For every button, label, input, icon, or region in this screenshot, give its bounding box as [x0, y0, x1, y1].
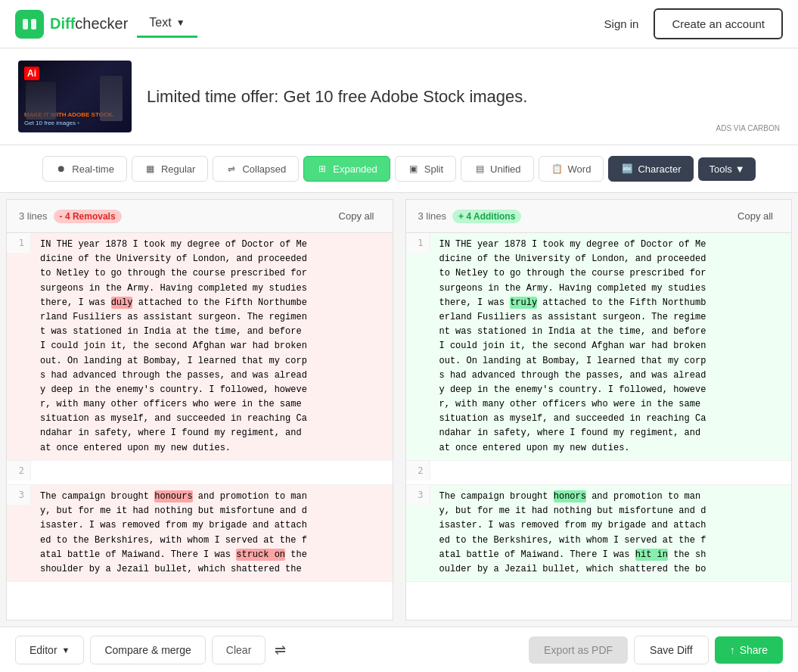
left-line-num-2: 2 — [7, 461, 31, 481]
unified-button[interactable]: ▤ Unified — [461, 156, 533, 182]
left-diff-header: 3 lines - 4 Removals Copy all — [7, 200, 393, 233]
removals-badge: - 4 Removals — [54, 210, 122, 223]
share-button[interactable]: ↑ Share — [715, 636, 783, 664]
ad-banner: Ai MAKE IT WITH ADOBE STOCK. Get 10 free… — [0, 48, 798, 145]
save-diff-button[interactable]: Save Diff — [634, 636, 709, 664]
ad-title: Limited time offer: Get 10 free Adobe St… — [147, 87, 701, 107]
compare-merge-button[interactable]: Compare & merge — [90, 636, 205, 664]
editor-button[interactable]: Editor ▼ — [15, 636, 84, 664]
realtime-button[interactable]: ⏺ Real-time — [42, 156, 127, 182]
editor-chevron-icon: ▼ — [62, 646, 70, 655]
right-line-content-2 — [430, 461, 792, 484]
collapsed-button[interactable]: ⇌ Collapsed — [213, 156, 299, 182]
right-line-num-2: 2 — [406, 461, 430, 481]
left-diff-content: 1 IN THE year 1878 I took my degree of D… — [7, 233, 393, 582]
character-button[interactable]: 🔤 Character — [608, 156, 694, 182]
diff-panels: 3 lines - 4 Removals Copy all 1 IN THE y… — [0, 193, 798, 627]
character-icon: 🔤 — [621, 163, 633, 175]
left-line-num-1: 1 — [7, 233, 31, 253]
logo-text: Diffchecker — [50, 15, 128, 33]
split-icon: ▣ — [408, 163, 420, 175]
create-account-button[interactable]: Create an account — [654, 8, 783, 39]
right-diff-header: 3 lines + 4 Additions Copy all — [406, 200, 792, 233]
logo-link[interactable]: Diffchecker — [15, 10, 128, 39]
regular-icon: ▦ — [144, 163, 157, 175]
left-line-3: 3 The campaign brought honours and promo… — [7, 485, 393, 582]
word-icon: 📋 — [551, 163, 564, 175]
ad-via: ADS VIA CARBON — [716, 124, 780, 132]
added-highlight-hitin: hit in — [635, 549, 668, 561]
left-line-content-2 — [31, 461, 393, 484]
left-line-num-3: 3 — [7, 485, 31, 505]
text-label: Text — [149, 16, 171, 30]
ad-image[interactable]: Ai MAKE IT WITH ADOBE STOCK. Get 10 free… — [18, 61, 132, 132]
regular-button[interactable]: ▦ Regular — [132, 156, 209, 182]
main-area: 3 lines - 4 Removals Copy all 1 IN THE y… — [0, 193, 798, 627]
right-line-content-3: The campaign brought honors and promotio… — [430, 485, 792, 581]
ad-right: ADS VIA CARBON — [716, 61, 780, 132]
expanded-button[interactable]: ⊞ Expanded — [303, 156, 390, 182]
removed-highlight-honours: honours — [154, 490, 192, 502]
adobe-logo: Ai — [24, 67, 39, 80]
tools-chevron-icon: ▼ — [735, 163, 745, 175]
right-copy-all-button[interactable]: Copy all — [731, 207, 779, 225]
left-line-content-3: The campaign brought honours and promoti… — [31, 485, 393, 581]
right-line-num-1: 1 — [406, 233, 430, 253]
tools-button[interactable]: Tools ▼ — [698, 157, 755, 181]
right-diff-stats: 3 lines + 4 Additions — [418, 210, 522, 223]
ad-content: Limited time offer: Get 10 free Adobe St… — [147, 87, 701, 107]
view-toolbar: ⏺ Real-time ▦ Regular ⇌ Collapsed ⊞ Expa… — [0, 145, 798, 193]
text-dropdown-button[interactable]: Text ▼ — [137, 10, 197, 38]
bottom-toolbar: Editor ▼ Compare & merge Clear ⇌ Export … — [0, 627, 798, 672]
svg-rect-0 — [23, 19, 28, 30]
left-diff-stats: 3 lines - 4 Removals — [19, 210, 122, 223]
right-diff-content: 1 IN THE year 1878 I took my degree of D… — [406, 233, 792, 582]
right-line-3: 3 The campaign brought honors and promot… — [406, 485, 792, 582]
expanded-icon: ⊞ — [316, 163, 328, 175]
right-line-num-3: 3 — [406, 485, 430, 505]
left-diff-pane: 3 lines - 4 Removals Copy all 1 IN THE y… — [6, 199, 393, 621]
split-button[interactable]: ▣ Split — [395, 156, 456, 182]
right-line-content-1: IN THE year 1878 I took my degree of Doc… — [430, 233, 792, 460]
collapsed-icon: ⇌ — [225, 163, 238, 175]
swap-arrows-icon: ⇌ — [275, 642, 286, 658]
left-line-2: 2 — [7, 461, 393, 485]
left-lines-count: 3 lines — [19, 210, 48, 222]
left-copy-all-button[interactable]: Copy all — [333, 207, 380, 225]
signin-button[interactable]: Sign in — [589, 11, 654, 36]
removed-highlight-duly: duly — [111, 297, 133, 309]
header: Diffchecker Text ▼ Sign in Create an acc… — [0, 0, 798, 48]
clear-button[interactable]: Clear — [212, 636, 265, 664]
share-label: Share — [740, 644, 768, 656]
right-lines-count: 3 lines — [418, 210, 447, 222]
left-line-content-1: IN THE year 1878 I took my degree of Doc… — [31, 233, 393, 460]
removed-highlight-struck: struck on — [236, 549, 285, 561]
svg-rect-1 — [31, 19, 36, 30]
chevron-down-icon: ▼ — [176, 17, 185, 28]
added-highlight-truly: truly — [510, 297, 537, 309]
compare-merge-label: Compare & merge — [104, 644, 191, 656]
realtime-icon: ⏺ — [55, 163, 67, 175]
logo-icon — [15, 10, 44, 39]
added-highlight-honors: honors — [554, 490, 586, 502]
word-button[interactable]: 📋 Word — [539, 156, 604, 182]
export-pdf-button: Export as PDF — [529, 636, 628, 664]
unified-icon: ▤ — [474, 163, 486, 175]
editor-label: Editor — [29, 644, 57, 656]
left-line-1: 1 IN THE year 1878 I took my degree of D… — [7, 233, 393, 461]
right-diff-pane: 3 lines + 4 Additions Copy all 1 IN THE … — [405, 199, 793, 621]
tools-label: Tools — [709, 163, 731, 175]
right-line-1: 1 IN THE year 1878 I took my degree of D… — [406, 233, 792, 461]
additions-badge: + 4 Additions — [452, 210, 521, 223]
right-line-2: 2 — [406, 461, 792, 485]
share-icon: ↑ — [730, 644, 735, 656]
